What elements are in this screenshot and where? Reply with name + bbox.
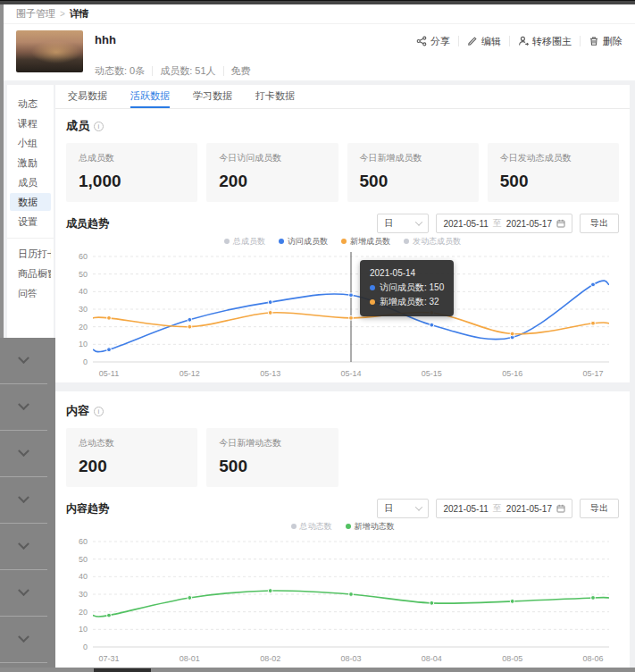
- svg-text:30: 30: [79, 305, 88, 314]
- member-trend-controls: 日 2021-05-11 至 2021-05-17 导出: [377, 214, 619, 233]
- info-icon[interactable]: i: [94, 407, 104, 416]
- svg-text:05-13: 05-13: [260, 369, 280, 378]
- legend-item[interactable]: 总成员数: [224, 236, 265, 248]
- background-accordion-overlay: [0, 338, 55, 668]
- member-trend-title: 成员趋势: [66, 216, 109, 231]
- chevron-down-icon: [18, 584, 29, 596]
- content-section-title: 内容: [66, 403, 89, 419]
- data-tabs: 交易数据 活跃数据 学习数据 打卡数据: [55, 85, 630, 109]
- divider: [458, 36, 459, 46]
- legend-item[interactable]: 总动态数: [291, 521, 332, 533]
- sidebar-item-wenda[interactable]: 问答: [10, 284, 51, 302]
- legend-dot: [404, 239, 409, 244]
- calendar-icon: [556, 219, 565, 228]
- sidebar-item-xiaozu[interactable]: 小组: [10, 134, 51, 152]
- stat-card-new-members: 今日新增成员数 500: [347, 143, 479, 202]
- content-data-card: 内容 i 总动态数 200 今日新增动态数 500 内容趋势 日 2021-05…: [55, 391, 630, 668]
- date-range-picker[interactable]: 2021-05-11 至 2021-05-17: [436, 214, 572, 233]
- legend-item[interactable]: 新增动态数: [346, 521, 395, 533]
- trash-icon: [589, 36, 599, 46]
- circle-header: hhh 动态数: 0条 成员数: 51人 免费 分享: [4, 24, 635, 78]
- legend-item[interactable]: 新增成员数: [341, 236, 390, 248]
- stat-card-total-members: 总成员数 1,000: [66, 143, 197, 202]
- sidebar-item-shangpin[interactable]: 商品橱窗: [10, 265, 51, 282]
- cover-image: [16, 30, 83, 72]
- sidebar: 动态 课程 小组 激励 成员 数据 设置 日历打卡 商品橱窗 问答: [7, 85, 54, 338]
- stat-card-posting-members: 今日发动态成员数 500: [488, 143, 619, 202]
- tab-checkin-data[interactable]: 打卡数据: [255, 85, 295, 108]
- accordion-row: [0, 431, 47, 477]
- sidebar-item-jili[interactable]: 激励: [10, 154, 51, 172]
- chevron-down-icon: [415, 218, 422, 225]
- breadcrumb: 圈子管理 > 详情: [4, 4, 635, 24]
- sidebar-item-chengyuan[interactable]: 成员: [10, 173, 51, 191]
- stat-free-badge: 免费: [231, 64, 251, 78]
- legend-item[interactable]: 访问成员数: [279, 236, 328, 248]
- content-trend-title: 内容趋势: [66, 501, 109, 517]
- share-button[interactable]: 分享: [416, 35, 450, 48]
- svg-text:08-01: 08-01: [180, 654, 200, 663]
- svg-text:50: 50: [79, 270, 88, 279]
- granularity-select[interactable]: 日: [377, 214, 429, 233]
- svg-text:60: 60: [79, 252, 88, 261]
- date-range-picker[interactable]: 2021-05-11 至 2021-05-17: [436, 499, 572, 518]
- svg-text:08-04: 08-04: [422, 654, 442, 663]
- sidebar-item-shezhi[interactable]: 设置: [10, 213, 51, 231]
- page-title: hhh: [95, 33, 251, 46]
- chevron-down-icon: [18, 491, 29, 503]
- date-separator: 至: [493, 502, 502, 515]
- stat-members: 成员数: 51人: [160, 64, 215, 78]
- chevron-down-icon: [415, 503, 422, 510]
- chart-canvas[interactable]: 010203040506005-1105-1205-1305-1405-1505…: [66, 248, 619, 382]
- svg-text:40: 40: [79, 572, 88, 581]
- chevron-down-icon: [18, 538, 29, 550]
- svg-text:60: 60: [79, 537, 88, 546]
- transfer-owner-button[interactable]: 转移圈主: [518, 35, 572, 48]
- chart-legend: 总动态数新增动态数: [66, 520, 619, 533]
- export-button[interactable]: 导出: [580, 499, 619, 518]
- accordion-row: [0, 524, 47, 570]
- legend-item[interactable]: 发动态成员数: [404, 236, 461, 248]
- sidebar-item-shuju[interactable]: 数据: [10, 193, 51, 211]
- svg-text:08-05: 08-05: [502, 654, 522, 663]
- edit-button[interactable]: 编辑: [467, 35, 501, 48]
- svg-text:05-12: 05-12: [180, 369, 200, 378]
- sidebar-item-kecheng[interactable]: 课程: [10, 114, 51, 132]
- content-stat-cards: 总动态数 200 今日新增动态数 500: [66, 428, 619, 487]
- chevron-down-icon: [18, 399, 29, 410]
- legend-dot: [346, 524, 351, 529]
- svg-text:40: 40: [79, 287, 88, 296]
- tab-active-data[interactable]: 活跃数据: [130, 85, 170, 108]
- member-trend-chart: 总成员数访问成员数新增成员数发动态成员数 010203040506005-110…: [66, 235, 619, 382]
- stat-card-visit-members: 今日访问成员数 200: [206, 143, 338, 202]
- granularity-select[interactable]: 日: [377, 499, 429, 518]
- svg-text:08-03: 08-03: [340, 654, 361, 663]
- stat-posts: 动态数: 0条: [95, 64, 145, 78]
- legend-dot: [279, 239, 284, 244]
- divider: [223, 66, 224, 76]
- transfer-person-icon: [518, 36, 529, 46]
- stat-card-new-posts: 今日新增动态数 500: [206, 428, 338, 487]
- chart-canvas[interactable]: 010203040506007-3108-0108-0208-0308-0408…: [66, 533, 619, 668]
- delete-button[interactable]: 删除: [589, 35, 622, 48]
- legend-dot: [291, 524, 297, 529]
- chevron-down-icon: [18, 631, 29, 643]
- legend-dot: [341, 239, 347, 244]
- divider: [580, 36, 581, 46]
- breadcrumb-parent[interactable]: 圈子管理: [16, 7, 55, 21]
- info-icon[interactable]: i: [94, 122, 104, 131]
- page-bottom-cutoff-text: [94, 668, 151, 672]
- tab-study-data[interactable]: 学习数据: [193, 85, 232, 108]
- svg-text:20: 20: [79, 608, 88, 617]
- sidebar-item-dongtai[interactable]: 动态: [10, 95, 51, 113]
- export-button[interactable]: 导出: [580, 214, 619, 233]
- breadcrumb-separator: >: [60, 9, 65, 19]
- sidebar-item-rilidaka[interactable]: 日历打卡: [10, 245, 51, 263]
- chart-legend: 总成员数访问成员数新增成员数发动态成员数: [66, 235, 619, 248]
- svg-text:10: 10: [79, 340, 88, 349]
- date-start: 2021-05-11: [443, 219, 488, 229]
- share-icon: [416, 36, 427, 46]
- tab-trade-data[interactable]: 交易数据: [68, 85, 107, 108]
- svg-text:05-14: 05-14: [340, 369, 361, 378]
- svg-text:30: 30: [79, 590, 88, 599]
